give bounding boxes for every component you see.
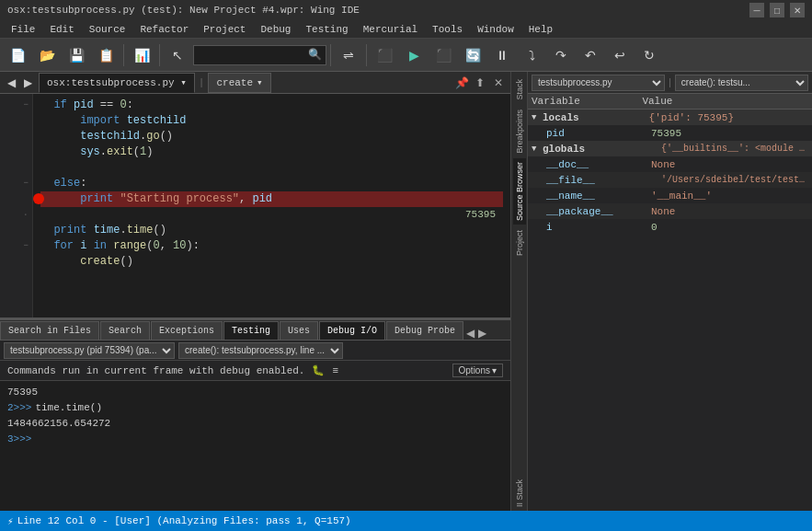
toolbar-separator-3 bbox=[330, 44, 331, 66]
close-button[interactable]: ✕ bbox=[790, 3, 805, 17]
status-text: Line 12 Col 0 - [User] (Analyzing Files:… bbox=[17, 515, 351, 526]
var-file-value: '/Users/sdeibel/test/testsubpro... bbox=[661, 175, 808, 185]
code-editor[interactable]: − − · − i bbox=[0, 94, 510, 317]
tab-uses[interactable]: Uses bbox=[280, 321, 318, 340]
terminate-button[interactable]: ⬛ bbox=[429, 42, 457, 68]
minimize-button[interactable]: ─ bbox=[749, 3, 764, 17]
options-button[interactable]: Options ▾ bbox=[452, 364, 503, 377]
pin-icon[interactable]: 📌 bbox=[453, 75, 470, 91]
toolbar: 📄 📂 💾 📋 📊 ↖ 🔍 ⇌ ⬛ ▶ ⬛ 🔄 ⏸ ⤵ ↷ ↶ ↩ ↻ bbox=[0, 39, 812, 72]
toolbar-separator-1 bbox=[123, 44, 124, 66]
debug-stats-button[interactable]: 📊 bbox=[128, 42, 155, 68]
tab-debug-probe[interactable]: Debug Probe bbox=[386, 321, 463, 340]
var-file-name: __file__ bbox=[546, 175, 661, 186]
save-button[interactable]: 💾 bbox=[63, 42, 90, 68]
menu-debug[interactable]: Debug bbox=[253, 20, 298, 38]
side-tab-stack[interactable]: Stack bbox=[513, 75, 526, 104]
maximize-button[interactable]: □ bbox=[770, 3, 784, 17]
pause-button[interactable]: ⏸ bbox=[488, 42, 516, 68]
select-tool-button[interactable]: ↖ bbox=[164, 42, 191, 68]
save-as-button[interactable]: 📋 bbox=[92, 42, 120, 68]
tab-debug-io[interactable]: Debug I/O bbox=[319, 321, 385, 340]
code-line: sys.exit(1) bbox=[40, 144, 503, 160]
step-out-button[interactable]: ↶ bbox=[577, 42, 604, 68]
side-tab-ii-stack[interactable]: II Stack bbox=[513, 476, 526, 511]
open-button[interactable]: 📂 bbox=[33, 42, 61, 68]
tab-prev-button[interactable]: ◀ bbox=[4, 74, 18, 92]
menu-tools[interactable]: Tools bbox=[425, 20, 470, 38]
menu-testing[interactable]: Testing bbox=[298, 20, 355, 38]
restart-button[interactable]: 🔄 bbox=[459, 42, 486, 68]
step-button2[interactable]: ↩ bbox=[606, 42, 634, 68]
bug-icon: 🐛 bbox=[312, 364, 325, 376]
tab-exceptions[interactable]: Exceptions bbox=[151, 321, 223, 340]
tab-next-button[interactable]: ▶ bbox=[20, 74, 35, 92]
stop-button[interactable]: ⬛ bbox=[371, 42, 398, 68]
menu-edit[interactable]: Edit bbox=[42, 20, 81, 38]
location-select[interactable]: create(): testsubprocess.py, line ... bbox=[178, 342, 343, 359]
menu-mercurial[interactable]: Mercurial bbox=[356, 20, 425, 38]
step-over-button[interactable]: ↷ bbox=[547, 42, 575, 68]
side-tab-breakpoints[interactable]: Breakpoints bbox=[513, 106, 526, 157]
menu-source[interactable]: Source bbox=[82, 20, 133, 38]
side-tab-project[interactable]: Project bbox=[513, 226, 526, 260]
code-line: print time.time() bbox=[40, 223, 503, 238]
bottom-panel: Search in Files Search Exceptions Testin… bbox=[0, 317, 510, 511]
debug-io-header: Commands run in current frame with debug… bbox=[0, 361, 510, 381]
var-pid-row[interactable]: pid 75395 bbox=[528, 125, 812, 141]
title-bar: osx:testsubprocess.py (test): New Projec… bbox=[0, 0, 812, 20]
run-button[interactable]: ▶ bbox=[400, 42, 428, 68]
bottom-tab-right[interactable]: ▶ bbox=[476, 327, 488, 340]
menu-help[interactable]: Help bbox=[521, 20, 560, 38]
menu-refactor[interactable]: Refactor bbox=[132, 20, 196, 38]
editor-area: ◀ ▶ osx:testsubprocess.py ▾ | create ▾ 📌… bbox=[0, 72, 510, 511]
replace-button[interactable]: ⇌ bbox=[335, 42, 362, 68]
debug-io-content[interactable]: 75395 2>>> time.time() 1484662156.654272… bbox=[0, 381, 510, 511]
var-i-row[interactable]: i 0 bbox=[528, 219, 812, 235]
tab-search[interactable]: Search bbox=[100, 321, 150, 340]
list-icon: ≡ bbox=[332, 365, 338, 376]
step-into-button[interactable]: ⤵ bbox=[518, 42, 545, 68]
func-tab-arrow: ▾ bbox=[257, 76, 263, 88]
locals-value: {'pid': 75395} bbox=[649, 112, 808, 123]
var-doc-row[interactable]: __doc__ None bbox=[528, 156, 812, 172]
side-tab-source-browser[interactable]: Source Browser bbox=[513, 158, 526, 225]
menu-bar: File Edit Source Refactor Project Debug … bbox=[0, 20, 812, 39]
locals-section[interactable]: ▼ locals {'pid': 75395} bbox=[528, 110, 812, 125]
new-file-button[interactable]: 📄 bbox=[4, 42, 31, 68]
bottom-tab-left[interactable]: ◀ bbox=[464, 327, 476, 340]
right-func-select[interactable]: create(): testsu... bbox=[675, 75, 808, 91]
tab-icon-group: 📌 ⬆ ✕ bbox=[453, 75, 510, 91]
func-tab[interactable]: create ▾ bbox=[208, 73, 270, 93]
process-select[interactable]: testsubprocess.py (pid 75394) (pa... bbox=[4, 342, 175, 359]
close-editor-button[interactable]: ✕ bbox=[490, 75, 507, 91]
split-up-icon[interactable]: ⬆ bbox=[472, 75, 488, 91]
status-icon: ⚡ bbox=[7, 515, 14, 527]
var-name-row[interactable]: __name__ '__main__' bbox=[528, 188, 812, 203]
search-input[interactable] bbox=[198, 50, 308, 61]
expand-icon: ▼ bbox=[532, 144, 543, 154]
var-file-row[interactable]: __file__ '/Users/sdeibel/test/testsubpro… bbox=[528, 172, 812, 188]
right-file-select[interactable]: testsubprocess.py bbox=[532, 75, 665, 91]
search-box: 🔍 bbox=[193, 45, 326, 65]
locals-label: locals bbox=[543, 112, 649, 123]
var-package-value: None bbox=[651, 206, 808, 217]
menu-project[interactable]: Project bbox=[196, 20, 253, 38]
step-button3[interactable]: ↻ bbox=[635, 42, 663, 68]
toolbar-separator-4 bbox=[366, 44, 367, 66]
globals-section[interactable]: ▼ globals {'__builtins__': <module '__bu… bbox=[528, 141, 812, 156]
var-doc-name: __doc__ bbox=[546, 159, 651, 170]
tab-testing[interactable]: Testing bbox=[223, 321, 279, 340]
menu-window[interactable]: Window bbox=[470, 20, 521, 38]
status-bar: ⚡ Line 12 Col 0 - [User] (Analyzing File… bbox=[0, 511, 812, 531]
menu-file[interactable]: File bbox=[4, 20, 42, 38]
tab-separator: | bbox=[195, 77, 209, 88]
tab-search-in-files[interactable]: Search in Files bbox=[0, 321, 99, 340]
var-package-row[interactable]: __package__ None bbox=[528, 203, 812, 219]
file-tab[interactable]: osx:testsubprocess.py ▾ bbox=[39, 73, 195, 93]
line-numbers: − − · − bbox=[0, 94, 33, 317]
var-pid-name: pid bbox=[546, 128, 651, 139]
var-name-value: '__main__' bbox=[651, 190, 808, 202]
tab-nav: ◀ ▶ bbox=[0, 74, 39, 92]
code-line: if pid == 0: bbox=[40, 98, 503, 113]
